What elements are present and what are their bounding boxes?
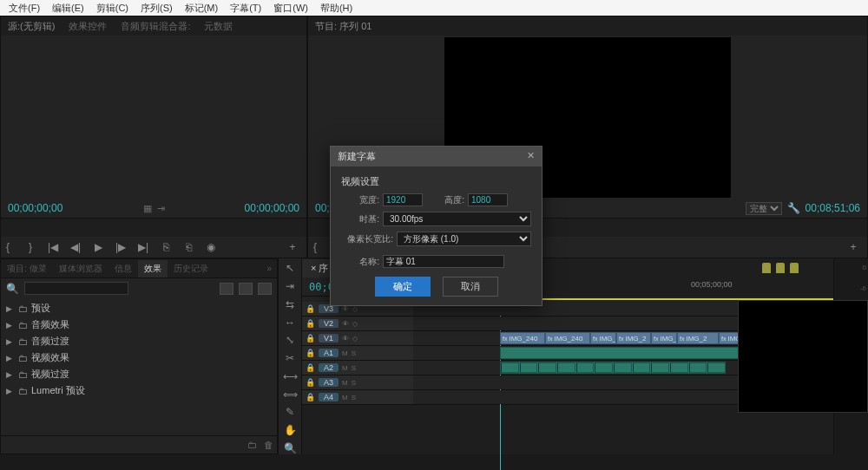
mute-button[interactable]: M <box>342 379 348 387</box>
tab-effects[interactable]: 效果 <box>138 260 168 277</box>
tab-audio-clip-mixer[interactable]: 音频剪辑混合器: <box>114 17 197 36</box>
track-label[interactable]: V1 <box>319 334 339 343</box>
source-tc-out[interactable]: 00;00;00;00 <box>245 202 299 214</box>
go-out-button[interactable]: ▶| <box>136 241 150 253</box>
slide-tool[interactable]: ⟺ <box>283 388 298 401</box>
eye-icon[interactable]: 👁 <box>342 320 349 328</box>
track-label[interactable]: A3 <box>319 378 339 387</box>
solo-button[interactable]: S <box>352 394 356 401</box>
trash-icon[interactable]: 🗑 <box>264 440 273 450</box>
prog-mark-in-button[interactable]: { <box>308 241 322 253</box>
new-bin-icon[interactable]: 🗀 <box>247 440 257 450</box>
zoom-tool[interactable]: 🔍 <box>284 441 297 454</box>
menu-file[interactable]: 文件(F) <box>3 2 45 15</box>
audio-clip[interactable] <box>500 362 726 374</box>
rate-stretch-tool[interactable]: ⤡ <box>286 334 294 347</box>
timebase-select[interactable]: 30.00fps <box>383 212 531 226</box>
tree-audio-transitions[interactable]: ▶🗀音频过渡 <box>1 333 277 349</box>
menu-marker[interactable]: 标记(M) <box>180 2 224 15</box>
selection-tool[interactable]: ↖ <box>286 262 294 275</box>
sync-lock-icon[interactable]: ◇ <box>352 320 358 328</box>
insert-button[interactable]: ⎘ <box>159 241 173 253</box>
cancel-button[interactable]: 取消 <box>443 277 498 297</box>
width-input[interactable] <box>383 193 423 206</box>
prog-button-editor[interactable]: + <box>846 241 860 253</box>
mute-button[interactable]: M <box>342 394 348 401</box>
slip-tool[interactable]: ⟷ <box>283 369 298 382</box>
solo-button[interactable]: S <box>352 349 356 357</box>
dialog-titlebar[interactable]: 新建字幕 ✕ <box>331 147 542 166</box>
source-fit-icon[interactable]: ▦ <box>143 203 152 214</box>
ripple-tool[interactable]: ⇆ <box>286 297 294 310</box>
height-input[interactable] <box>468 193 508 206</box>
menu-sequence[interactable]: 序列(S) <box>135 2 178 15</box>
tree-video-transitions[interactable]: ▶🗀视频过渡 <box>1 366 277 382</box>
track-label[interactable]: A1 <box>319 349 339 357</box>
mute-button[interactable]: M <box>342 364 348 372</box>
go-in-button[interactable]: |◀ <box>46 241 60 253</box>
close-icon[interactable]: ✕ <box>527 150 535 163</box>
step-fwd-button[interactable]: |▶ <box>114 241 128 253</box>
lock-icon[interactable]: 🔒 <box>306 349 315 357</box>
tree-video-effects[interactable]: ▶🗀视频效果 <box>1 349 277 366</box>
tab-effect-controls[interactable]: 效果控件 <box>62 17 114 36</box>
source-tc-in[interactable]: 00;00;00;00 <box>8 202 62 214</box>
track-label[interactable]: A2 <box>319 363 339 372</box>
name-input[interactable] <box>383 255 504 268</box>
overwrite-button[interactable]: ⎗ <box>181 241 195 253</box>
tab-info[interactable]: 信息 <box>108 260 138 277</box>
tab-program[interactable]: 节目: 序列 01 <box>308 17 378 36</box>
rolling-tool[interactable]: ↔ <box>285 316 295 329</box>
source-settings-icon[interactable]: ⇥ <box>157 203 165 214</box>
menu-help[interactable]: 帮助(H) <box>315 2 358 15</box>
pen-tool[interactable]: ✎ <box>286 406 294 419</box>
par-select[interactable]: 方形像素 (1.0) <box>397 232 531 246</box>
ok-button[interactable]: 确定 <box>375 277 431 297</box>
video-clip[interactable]: fxIMG_2 <box>651 332 677 344</box>
lock-icon[interactable]: 🔒 <box>306 378 315 387</box>
effects-search-input[interactable] <box>24 282 128 295</box>
filter-yuv-icon[interactable] <box>258 283 272 295</box>
tab-project[interactable]: 项目: 做菜 <box>1 260 53 277</box>
tree-presets[interactable]: ▶🗀预设 <box>1 300 277 317</box>
marker-icon[interactable] <box>776 263 785 273</box>
tree-lumetri[interactable]: ▶🗀Lumetri 预设 <box>1 382 277 399</box>
track-label[interactable]: A4 <box>319 393 339 401</box>
wrench-icon[interactable]: 🔧 <box>787 202 800 214</box>
video-clip[interactable]: fxIMG_240 <box>545 332 590 344</box>
track-select-tool[interactable]: ⇥ <box>286 280 294 293</box>
button-editor[interactable]: + <box>286 241 299 253</box>
lock-icon[interactable]: 🔒 <box>306 319 315 328</box>
filter-32bit-icon[interactable] <box>239 283 253 295</box>
razor-tool[interactable]: ✂ <box>286 352 294 365</box>
menu-window[interactable]: 窗口(W) <box>268 2 313 15</box>
sync-lock-icon[interactable]: ◇ <box>352 335 358 343</box>
tab-media-browser[interactable]: 媒体浏览器 <box>53 260 108 277</box>
video-clip[interactable]: fxIMG_2 <box>677 332 719 344</box>
play-button[interactable]: ▶ <box>91 241 105 253</box>
tab-metadata[interactable]: 元数据 <box>197 17 240 36</box>
lock-icon[interactable]: 🔒 <box>306 363 315 372</box>
lock-icon[interactable]: 🔒 <box>306 393 315 401</box>
menu-clip[interactable]: 剪辑(C) <box>91 2 134 15</box>
source-playbar[interactable] <box>1 218 306 226</box>
menu-title[interactable]: 字幕(T) <box>225 2 266 15</box>
tree-audio-effects[interactable]: ▶🗀音频效果 <box>1 317 277 333</box>
mark-out-button[interactable]: } <box>23 241 37 253</box>
video-clip[interactable]: fxIMG_2 <box>590 332 616 344</box>
filter-accel-icon[interactable] <box>220 283 233 295</box>
eye-icon[interactable]: 👁 <box>342 335 349 343</box>
source-scrubber[interactable] <box>1 226 306 237</box>
tab-source[interactable]: 源:(无剪辑) <box>1 17 62 36</box>
mark-in-button[interactable]: { <box>1 241 15 253</box>
hand-tool[interactable]: ✋ <box>284 424 297 437</box>
step-back-button[interactable]: ◀| <box>69 241 82 253</box>
zoom-fit-select[interactable]: 完整 <box>746 202 782 215</box>
lock-icon[interactable]: 🔒 <box>306 304 315 313</box>
track-label[interactable]: V2 <box>319 319 339 328</box>
panel-menu-icon[interactable]: » <box>260 261 277 276</box>
program-tc-out[interactable]: 00;08;51;06 <box>806 202 860 214</box>
export-frame-button[interactable]: ◉ <box>204 241 218 253</box>
menu-edit[interactable]: 编辑(E) <box>47 2 89 15</box>
solo-button[interactable]: S <box>352 364 356 372</box>
